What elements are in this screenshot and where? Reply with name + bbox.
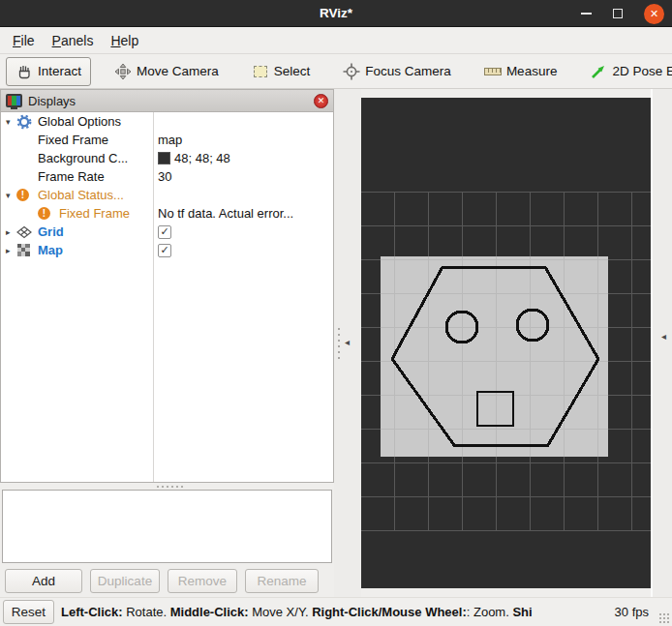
- row-value[interactable]: ✓: [158, 241, 171, 259]
- value-text: 48; 48; 48: [174, 151, 230, 165]
- collapse-right-panel-icon[interactable]: ◂: [661, 331, 666, 342]
- tool-select[interactable]: Select: [242, 57, 321, 86]
- expander-right-icon[interactable]: ▸: [1, 227, 16, 237]
- displays-monitor-icon: [6, 94, 22, 107]
- row-value: 48; 48; 48: [158, 149, 230, 167]
- expander-down-icon[interactable]: ▾: [1, 191, 16, 200]
- ruler-icon: [484, 63, 502, 80]
- move-arrows-icon: [114, 63, 132, 80]
- checkbox[interactable]: ✓: [158, 225, 171, 239]
- close-button[interactable]: ✕: [644, 4, 664, 24]
- row-label: Frame Rate: [38, 169, 105, 184]
- panel-close-icon: ✕: [318, 96, 325, 105]
- warning-icon: !: [38, 207, 59, 220]
- warning-icon: !: [16, 189, 38, 201]
- splitter-dots: [337, 326, 341, 361]
- row-value: map: [158, 131, 182, 149]
- maximize-icon: [613, 9, 623, 18]
- titlebar[interactable]: RViz* ✕: [0, 0, 672, 27]
- displays-tree: ▾Global OptionsFixed FramemapBackground …: [1, 112, 333, 482]
- tool-label: Move Camera: [137, 64, 219, 78]
- status-segment: Move X/Y.: [249, 605, 313, 619]
- rename-button: Rename: [245, 569, 319, 593]
- statusbar: Reset Left-Click: Rotate. Middle-Click: …: [0, 597, 672, 626]
- tool-label: 2D Pose Estimate: [612, 64, 672, 78]
- menubar: FilePanelsHelp: [0, 28, 672, 54]
- add-button[interactable]: Add: [5, 569, 82, 593]
- displays-panel-title: Displays: [28, 94, 314, 108]
- hand-icon: [15, 63, 33, 80]
- value-text: map: [158, 133, 182, 147]
- close-icon: ✕: [650, 8, 658, 20]
- status-segment: Right-Click/Mouse Wheel:: [312, 605, 467, 619]
- row-label: Global Options: [38, 114, 121, 129]
- minimize-icon: [581, 13, 592, 15]
- rviz-window: RViz* ✕ FilePanelsHelp InteractMove Came…: [0, 0, 672, 626]
- tool-interact[interactable]: Interact: [6, 57, 91, 86]
- views-panel-splitter[interactable]: ◂: [651, 89, 672, 597]
- maximize-button[interactable]: [613, 9, 623, 18]
- status-segment: : Zoom.: [467, 605, 513, 619]
- row-label: Map: [38, 243, 63, 257]
- tree-row-grid[interactable]: ▸Grid✓: [1, 223, 333, 241]
- value-text: No tf data. Actual error...: [158, 206, 293, 221]
- tool-measure[interactable]: Measure: [474, 57, 567, 86]
- fps-counter: 30 fps: [615, 605, 649, 619]
- collapse-left-icon[interactable]: ◂: [345, 337, 350, 347]
- description-panel: [2, 490, 332, 563]
- window-title: RViz*: [320, 6, 352, 20]
- status-segment: Shi: [512, 605, 532, 619]
- remove-button: Remove: [168, 569, 237, 593]
- expander-right-icon[interactable]: ▸: [1, 246, 16, 255]
- tool-label: Select: [274, 64, 311, 78]
- tree-row-fixed-frame[interactable]: Fixed Framemap: [1, 131, 333, 149]
- toolbar: InteractMove CameraSelectFocus CameraMea…: [0, 54, 672, 89]
- tool-move-camera[interactable]: Move Camera: [105, 57, 229, 86]
- row-label: Global Status...: [38, 188, 124, 202]
- tree-row-frame-rate[interactable]: Frame Rate30: [1, 167, 333, 186]
- expander-down-icon[interactable]: ▾: [1, 117, 16, 127]
- resize-grip[interactable]: [658, 612, 670, 624]
- checkbox[interactable]: ✓: [158, 244, 171, 257]
- menu-item-file[interactable]: File: [4, 30, 44, 51]
- selection-box-icon: [252, 63, 269, 80]
- menu-item-help[interactable]: Help: [102, 30, 147, 51]
- focus-crosshair-icon: [343, 63, 360, 80]
- tool-label: Measure: [506, 64, 558, 78]
- status-help-text: Left-Click: Rotate. Middle-Click: Move X…: [61, 605, 609, 619]
- titlebar-buttons: ✕: [581, 0, 664, 27]
- tree-row-global-status-[interactable]: ▾!Global Status...: [1, 186, 333, 204]
- tool-focus-camera[interactable]: Focus Camera: [333, 57, 461, 86]
- gear-icon: [16, 114, 38, 130]
- reset-button[interactable]: Reset: [3, 600, 54, 624]
- row-label: Grid: [38, 224, 64, 239]
- displays-viewport-splitter[interactable]: ◂: [334, 89, 361, 597]
- minimize-button[interactable]: [581, 13, 592, 15]
- row-label: Background C...: [38, 151, 128, 165]
- 3d-viewport[interactable]: [361, 98, 651, 588]
- value-text: 30: [158, 169, 171, 184]
- status-segment: Rotate.: [123, 605, 170, 619]
- displays-panel: Displays ✕ ▾Global OptionsFixed Framemap…: [0, 89, 334, 483]
- displays-panel-header: Displays ✕: [1, 90, 333, 112]
- tree-splitter-handle[interactable]: [136, 483, 203, 490]
- map-icon: [16, 243, 38, 257]
- pose-arrow-icon: [590, 63, 607, 80]
- row-label: Fixed Frame: [59, 206, 130, 221]
- displays-panel-close-button[interactable]: ✕: [314, 94, 328, 108]
- row-label: Fixed Frame: [38, 133, 108, 147]
- grid-icon: [16, 224, 38, 240]
- color-swatch: [158, 152, 170, 164]
- tool-2d-pose-estimate[interactable]: 2D Pose Estimate: [580, 57, 672, 86]
- tool-label: Interact: [38, 64, 81, 78]
- tree-row-global-options[interactable]: ▾Global Options: [1, 112, 333, 131]
- tree-row-fixed-frame[interactable]: !Fixed FrameNo tf data. Actual error...: [1, 204, 333, 223]
- tree-row-map[interactable]: ▸Map✓: [1, 241, 333, 259]
- main-area: Displays ✕ ▾Global OptionsFixed Framemap…: [0, 89, 672, 597]
- tree-row-background-c-[interactable]: Background C...48; 48; 48: [1, 149, 333, 167]
- row-value: 30: [158, 167, 171, 186]
- row-value[interactable]: ✓: [158, 223, 171, 241]
- menu-item-panels[interactable]: Panels: [44, 30, 103, 51]
- duplicate-button: Duplicate: [90, 569, 160, 593]
- status-segment: Middle-Click:: [170, 605, 249, 619]
